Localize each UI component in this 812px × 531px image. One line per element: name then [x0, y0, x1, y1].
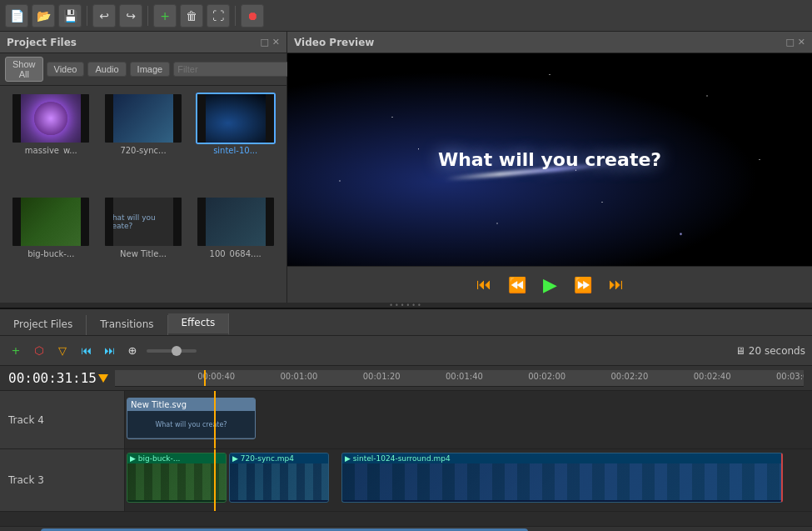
- panel-header-icons: □ ✕: [260, 37, 280, 48]
- time-marker-3: 00:01:20: [363, 372, 401, 381]
- clip-sintel-thumb: [342, 463, 781, 500]
- timeline-filter-button[interactable]: ▽: [53, 342, 72, 360]
- track-4-name: Track 4: [8, 414, 44, 426]
- zoom-slider-thumb: [172, 346, 182, 356]
- time-marker-8: 00:03:00: [776, 372, 804, 381]
- tab-bar: Project Files Transitions Effects: [0, 309, 812, 336]
- list-item[interactable]: 720-sync...: [99, 93, 188, 193]
- clip-title-preview: What will you create?: [127, 411, 255, 438]
- film-strip-5: What will you create?: [105, 198, 182, 246]
- list-item[interactable]: What will you create? New Title...: [99, 196, 188, 296]
- project-files-title: Project Files: [7, 37, 77, 48]
- right-panel: Video Preview □ ✕ What will you create? …: [287, 32, 812, 303]
- panel-minimize-icon[interactable]: □: [260, 37, 268, 48]
- time-marker-7: 00:02:40: [694, 372, 731, 381]
- clip-720-label: 720-sync.mp4: [241, 454, 294, 463]
- clip-big-buck-indicator: ▶: [130, 454, 138, 463]
- timeline-snap-button[interactable]: ⊕: [123, 342, 142, 360]
- timeline-zoom-slider[interactable]: [147, 349, 197, 353]
- media-label-4: big-buck-...: [27, 249, 74, 258]
- list-item[interactable]: big-buck-...: [7, 196, 96, 296]
- media-thumb-5: What will you create?: [103, 196, 183, 248]
- timeline-jump-start-button[interactable]: ⏮: [77, 342, 95, 360]
- panel-close-icon[interactable]: ✕: [272, 37, 280, 48]
- preview-overlay-text: What will you create?: [438, 149, 661, 170]
- timecode-row: 00:00:31:15 00:00:40 00:01:00 00:01:20 0…: [0, 366, 812, 391]
- separator-3: [235, 6, 236, 26]
- skip-to-end-button[interactable]: ⏭: [605, 274, 627, 295]
- film-strip-6: [197, 198, 274, 246]
- time-scale-icon: 🖥: [735, 345, 745, 357]
- new-button[interactable]: 📄: [5, 4, 28, 28]
- track-3-name: Track 3: [8, 474, 44, 486]
- media-label-1: massive_w...: [25, 146, 77, 155]
- filter-input[interactable]: [173, 62, 296, 77]
- timeline-add-button[interactable]: +: [7, 342, 25, 360]
- media-thumb-2: [103, 93, 183, 144]
- clip-new-title[interactable]: New Title.svg What will you create?: [127, 398, 256, 439]
- redo-button[interactable]: ↪: [119, 4, 142, 28]
- skip-to-start-button[interactable]: ⏮: [473, 274, 495, 295]
- clip-big-buck-label: big-buck-...: [138, 454, 181, 463]
- play-button[interactable]: ▶: [540, 273, 560, 298]
- timeline-area: 00:00:31:15 00:00:40 00:01:00 00:01:20 0…: [0, 366, 812, 531]
- time-marker-6: 00:02:20: [610, 372, 648, 381]
- record-button[interactable]: ⏺: [241, 4, 264, 28]
- media-grid: massive_w... 720-sync... sintel-10..: [0, 86, 286, 303]
- separator-2: [147, 6, 148, 26]
- media-label-3: sintel-10...: [213, 146, 257, 155]
- fullscreen-button[interactable]: ⛶: [207, 4, 230, 28]
- track-3-label: Track 3: [0, 449, 125, 511]
- preview-minimize-icon[interactable]: □: [785, 37, 794, 48]
- open-button[interactable]: 📂: [32, 4, 55, 28]
- tab-transitions[interactable]: Transitions: [87, 315, 167, 335]
- track-3-content[interactable]: ▶ big-buck-... ▶ 720-sync.mp4: [125, 449, 812, 511]
- remove-button[interactable]: 🗑: [180, 4, 203, 28]
- tab-project-files[interactable]: Project Files: [0, 315, 87, 335]
- clip-preview-text: What will you create?: [155, 421, 227, 428]
- film-strip-4: [12, 198, 89, 246]
- track-row-4: Track 4 New Title.svg What will you crea…: [0, 391, 812, 449]
- save-button[interactable]: 💾: [58, 4, 82, 28]
- list-item[interactable]: sintel-10...: [191, 93, 280, 193]
- timeline-toolbar: + ⬡ ▽ ⏮ ⏭ ⊕ 🖥 20 seconds: [0, 336, 812, 366]
- tracks-area: Track 4 New Title.svg What will you crea…: [0, 391, 812, 526]
- add-clip-button[interactable]: +: [153, 4, 177, 28]
- timeline-scrollbar[interactable]: [0, 526, 812, 531]
- time-marker-2: 00:01:00: [280, 372, 317, 381]
- show-all-button[interactable]: Show All: [5, 57, 43, 82]
- preview-screen: What will you create?: [287, 53, 812, 266]
- clip-720-thumb: [230, 463, 328, 500]
- track-row-3: Track 3 ▶ big-buck-...: [0, 449, 812, 512]
- timeline-remove-button[interactable]: ⬡: [30, 342, 48, 360]
- video-filter-button[interactable]: Video: [47, 62, 85, 77]
- undo-button[interactable]: ↩: [92, 4, 116, 28]
- preview-title: Video Preview: [294, 37, 374, 48]
- tab-effects[interactable]: Effects: [168, 313, 230, 335]
- fast-forward-button[interactable]: ⏩: [570, 274, 595, 296]
- image-filter-button[interactable]: Image: [130, 62, 171, 77]
- project-files-header: Project Files □ ✕: [0, 32, 286, 53]
- track-4-content[interactable]: New Title.svg What will you create?: [125, 391, 812, 448]
- clip-sintel[interactable]: ▶ sintel-1024-surround.mp4: [341, 453, 783, 503]
- clip-big-buck[interactable]: ▶ big-buck-...: [127, 453, 227, 503]
- film-strip-2: [105, 94, 182, 143]
- timeline-jump-end-button[interactable]: ⏭: [100, 342, 118, 360]
- rewind-button[interactable]: ⏪: [505, 274, 530, 296]
- media-thumb-4: [11, 196, 91, 248]
- track-4-label: Track 4: [0, 391, 125, 448]
- clip-sintel-indicator: ▶: [345, 454, 353, 463]
- playhead-indicator: [98, 374, 108, 383]
- list-item[interactable]: massive_w...: [7, 93, 96, 193]
- clip-big-buck-header: ▶ big-buck-...: [127, 453, 226, 463]
- preview-close-icon[interactable]: ✕: [798, 37, 805, 48]
- list-item[interactable]: 100_0684....: [191, 196, 280, 296]
- separator-1: [87, 6, 87, 26]
- audio-filter-button[interactable]: Audio: [87, 62, 126, 77]
- clip-720-sync[interactable]: ▶ 720-sync.mp4: [229, 453, 329, 503]
- time-display: 🖥 20 seconds: [735, 345, 805, 357]
- clip-720-sync-header: ▶ 720-sync.mp4: [230, 453, 328, 463]
- media-thumb-1: [11, 93, 91, 144]
- left-panel: Project Files □ ✕ Show All Video Audio I…: [0, 32, 287, 303]
- preview-controls: ⏮ ⏪ ▶ ⏩ ⏭: [287, 266, 812, 303]
